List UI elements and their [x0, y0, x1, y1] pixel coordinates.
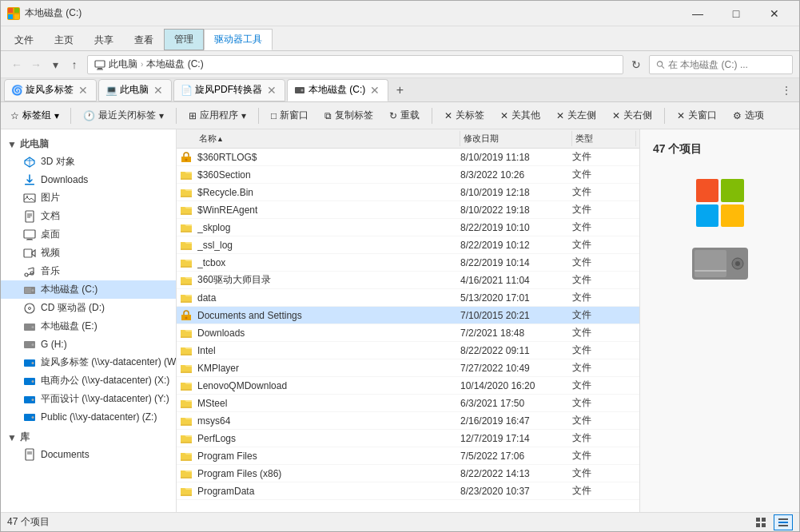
- file-name: Documents and Settings: [197, 310, 460, 321]
- tab-pdf[interactable]: 📄 旋风PDF转换器 ✕: [173, 79, 285, 101]
- sidebar-item-drive-w[interactable]: 旋风多标签 (\\xy-datacenter) (W:): [1, 353, 176, 371]
- drive-c-icon: [23, 284, 36, 296]
- ribbon-tabs: 文件 主页 共享 查看 管理 驱动器工具: [1, 26, 799, 50]
- table-row[interactable]: KMPlayer 7/27/2022 10:49 文件: [177, 359, 639, 377]
- recent-tabs-button[interactable]: 🕐 最近关闭标签 ▾: [76, 105, 171, 126]
- table-row[interactable]: $360RTLOG$ 8/10/2019 11:18 文件: [177, 149, 639, 166]
- tab-view[interactable]: 查看: [124, 30, 164, 50]
- table-row[interactable]: _skplog 8/22/2019 10:10 文件: [177, 219, 639, 236]
- table-row[interactable]: Documents and Settings 7/10/2015 20:21 文…: [177, 307, 639, 324]
- table-row[interactable]: _ssl_log 8/22/2019 10:12 文件: [177, 236, 639, 254]
- tab-xuanfeng-multi[interactable]: 🌀 旋风多标签 ✕: [4, 79, 97, 101]
- panel-count: 47 个项目: [653, 142, 702, 157]
- refresh-button[interactable]: ↻: [627, 55, 646, 74]
- col-header-date[interactable]: 修改日期: [460, 131, 572, 146]
- file-type: 文件: [572, 431, 636, 445]
- sidebar-item-desktop[interactable]: 桌面: [1, 225, 176, 244]
- close-others-button[interactable]: ✕ 关其他: [493, 105, 547, 126]
- tab-xuanfeng-close[interactable]: ✕: [77, 84, 90, 97]
- forward-button[interactable]: →: [26, 55, 46, 74]
- sidebar-label-drive-y: 平面设计 (\\xy-datacenter) (Y:): [41, 392, 169, 406]
- svg-point-10: [301, 89, 304, 91]
- col-header-name[interactable]: 名称 ▲: [196, 131, 460, 146]
- sidebar-item-drive-c[interactable]: 本地磁盘 (C:): [1, 280, 176, 299]
- sidebar-item-drive-d[interactable]: CD 驱动器 (D:): [1, 299, 176, 317]
- search-bar[interactable]: [649, 55, 793, 74]
- sidebar-item-drive-e[interactable]: 本地磁盘 (E:): [1, 317, 176, 335]
- star-dropdown: ▾: [54, 110, 59, 121]
- tab-manage[interactable]: 管理: [164, 29, 204, 50]
- table-row[interactable]: _tcbox 8/22/2019 10:14 文件: [177, 254, 639, 272]
- table-row[interactable]: $Recycle.Bin 8/10/2019 12:18 文件: [177, 184, 639, 201]
- nav-dropdown-button[interactable]: ▾: [46, 55, 65, 74]
- sidebar-item-drive-z[interactable]: Public (\\xy-datacenter) (Z:): [1, 408, 176, 426]
- table-row[interactable]: 360驱动大师目录 4/16/2021 11:04 文件: [177, 272, 639, 289]
- close-right-button[interactable]: ✕ 关右侧: [605, 105, 659, 126]
- address-path: 此电脑 › 本地磁盘 (C:): [94, 58, 204, 71]
- table-row[interactable]: Intel 8/22/2022 09:11 文件: [177, 342, 639, 359]
- address-segment-computer[interactable]: 此电脑: [109, 58, 137, 71]
- col-header-type[interactable]: 类型: [572, 131, 636, 146]
- tab-thispc-close[interactable]: ✕: [152, 84, 165, 97]
- close-tab-button[interactable]: ✕ 关标签: [437, 105, 492, 126]
- table-row[interactable]: Program Files 7/5/2022 17:06 文件: [177, 447, 639, 465]
- list-view-button[interactable]: [751, 514, 770, 530]
- table-row[interactable]: MSteel 6/3/2021 17:50 文件: [177, 395, 639, 412]
- details-view-button[interactable]: [774, 514, 793, 530]
- close-left-button[interactable]: ✕ 关左侧: [549, 105, 603, 126]
- table-row[interactable]: Downloads 7/2/2021 18:48 文件: [177, 324, 639, 342]
- new-window-button[interactable]: □ 新窗口: [264, 105, 316, 126]
- sidebar-item-3d[interactable]: 3D 对象: [1, 153, 176, 171]
- table-row[interactable]: ProgramData 8/23/2020 10:37 文件: [177, 482, 639, 500]
- sidebar-item-drive-h[interactable]: G (H:): [1, 335, 176, 353]
- library-label: 库: [20, 431, 30, 444]
- table-row[interactable]: $360Section 8/3/2022 10:26 文件: [177, 166, 639, 184]
- x-icon-2: ✕: [500, 110, 508, 121]
- back-button[interactable]: ←: [7, 55, 26, 74]
- address-bar[interactable]: 此电脑 › 本地磁盘 (C:): [87, 55, 623, 74]
- table-row[interactable]: msys64 2/16/2019 16:47 文件: [177, 412, 639, 430]
- file-date: 8/10/2022 19:18: [460, 204, 572, 216]
- table-row[interactable]: PerfLogs 12/7/2019 17:14 文件: [177, 430, 639, 447]
- tab-share[interactable]: 共享: [84, 30, 124, 50]
- table-row[interactable]: $WinREAgent 8/10/2022 19:18 文件: [177, 201, 639, 219]
- up-button[interactable]: ↑: [65, 55, 84, 74]
- reload-button[interactable]: ↻ 重载: [382, 105, 427, 126]
- tab-settings-button[interactable]: ⋮: [777, 81, 796, 100]
- copy-tab-button[interactable]: ⧉ 复制标签: [317, 105, 380, 126]
- app-button[interactable]: ⊞ 应用程序 ▾: [181, 105, 253, 126]
- tab-pdf-close[interactable]: ✕: [265, 84, 278, 97]
- table-row[interactable]: Program Files (x86) 8/22/2022 14:13 文件: [177, 465, 639, 482]
- section-library[interactable]: ▼ 库: [1, 426, 176, 446]
- sidebar-item-docs-library[interactable]: Documents: [1, 446, 176, 463]
- logo-green: [721, 179, 744, 202]
- tab-drivec-close[interactable]: ✕: [368, 84, 381, 97]
- address-segment-drive[interactable]: 本地磁盘 (C:): [146, 58, 203, 71]
- sidebar-item-documents[interactable]: 文档: [1, 207, 176, 225]
- table-row[interactable]: data 5/13/2020 17:01 文件: [177, 289, 639, 307]
- sidebar-item-music[interactable]: 音乐: [1, 262, 176, 280]
- maximize-button[interactable]: □: [718, 2, 754, 26]
- tab-add-button[interactable]: +: [390, 81, 409, 100]
- table-row[interactable]: LenovoQMDownload 10/14/2020 16:20 文件: [177, 377, 639, 395]
- sidebar-label-drive-e: 本地磁盘 (E:): [41, 320, 98, 333]
- minimize-button[interactable]: —: [679, 2, 716, 26]
- options-button[interactable]: ⚙ 选项: [726, 105, 771, 126]
- star-group[interactable]: ☆ 标签组 ▾: [4, 105, 66, 125]
- tab-driver-tools[interactable]: 驱动器工具: [204, 29, 273, 50]
- file-type: 文件: [572, 291, 636, 304]
- sidebar-item-videos[interactable]: 视频: [1, 244, 176, 262]
- section-this-pc[interactable]: ▼ 此电脑: [1, 133, 176, 153]
- sidebar-item-pictures[interactable]: 图片: [1, 189, 176, 207]
- sidebar-item-downloads[interactable]: Downloads: [1, 171, 176, 189]
- close-button[interactable]: ✕: [756, 2, 793, 26]
- search-input[interactable]: [668, 59, 786, 70]
- tab-drive-c[interactable]: 本地磁盘 (C:) ✕: [287, 79, 388, 101]
- tab-this-pc[interactable]: 💻 此电脑 ✕: [98, 79, 172, 101]
- tab-file[interactable]: 文件: [4, 30, 44, 50]
- svg-point-47: [32, 416, 34, 419]
- sidebar-item-drive-x[interactable]: 电商办公 (\\xy-datacenter) (X:): [1, 371, 176, 390]
- close-window-button[interactable]: ✕ 关窗口: [670, 105, 724, 126]
- sidebar-item-drive-y[interactable]: 平面设计 (\\xy-datacenter) (Y:): [1, 390, 176, 408]
- tab-home[interactable]: 主页: [44, 30, 84, 50]
